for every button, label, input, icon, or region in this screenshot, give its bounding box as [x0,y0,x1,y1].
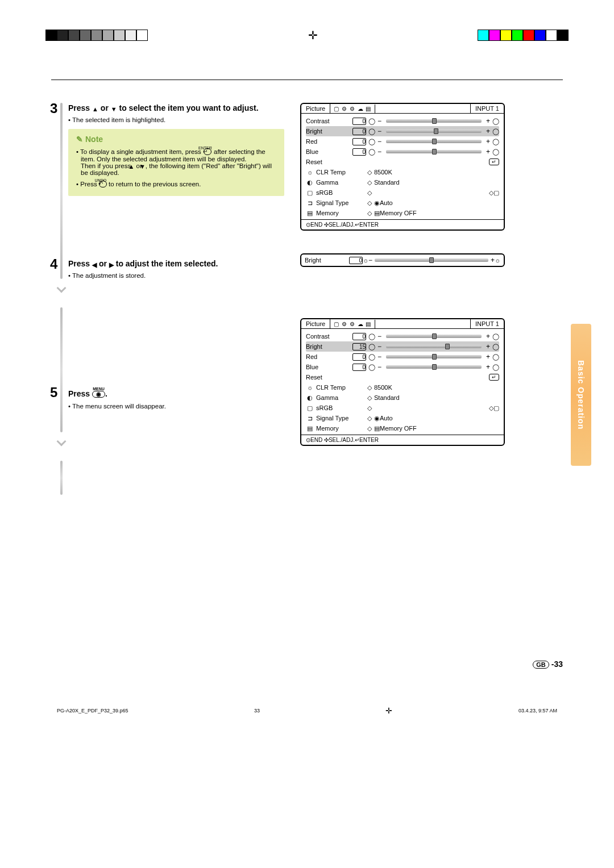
slider-knob [432,139,437,144]
plus-icon: + [486,127,490,135]
setting-value: Memory OFF [380,425,417,432]
row-label: Contrast [306,118,350,124]
step-number: 5 [50,385,57,400]
minus-icon: − [377,137,381,145]
note-box: ✎Note • To display a single adjustment i… [68,129,284,196]
footer-page: 33 [254,708,260,713]
top-rule [51,80,563,80]
setting-label: CLR Temp [316,384,367,391]
note-item-1: • To display a single adjustment item, p… [76,146,276,176]
memory-icon: ▤ [374,425,380,432]
diamond-icon: ◇ [367,415,372,422]
slider-track [386,150,482,153]
setting-label: Signal Type [316,199,367,206]
setting-icon: ▢ [306,189,314,197]
key-label: MENU [92,387,105,391]
step-detail: • The adjustment is stored. [68,272,284,279]
adjust-icon: ◯ [492,148,499,156]
row-value: 0 [352,148,366,156]
toggle-icon: ◇▢ [489,404,499,412]
osd-row-contrast: Contrast 0 ◯ − + ◯ [306,331,499,341]
plus-icon: + [491,256,495,264]
minus-icon: − [368,256,372,264]
left-triangle-icon: ◀ [92,261,97,269]
slider-knob [429,257,434,263]
setting-icon: ▤ [306,210,314,217]
auto-icon: ◉ [374,415,380,422]
plus-icon: + [486,363,490,371]
slider-track [386,130,482,133]
page-number: GB-33 [51,660,563,669]
diamond-icon: ◇ [367,404,372,412]
setting-label: Memory [316,425,367,432]
osd-row-bright: Bright 0 ◯ − + ◯ [306,126,499,136]
osd-setting-clr-temp: ☼ CLR Temp ◇8500K [306,382,499,393]
setting-label: Signal Type [316,415,367,422]
osd-screen-1: Picture ▢ ⚙ ⚙ ☁ ▤ INPUT 1 Contrast 0 ◯ −… [300,103,505,231]
adjust-icon: ◯ [492,364,499,371]
plus-icon: + [486,353,490,361]
osd-setting-gamma: ◐ Gamma ◇Standard [306,393,499,403]
osd-single-item: Bright 0 ☼ − + ☼ [300,253,505,267]
minus-icon: − [377,363,381,371]
osd-row-contrast: Contrast 0 ◯ − + ◯ [306,116,499,126]
auto-icon: ◉ [374,199,380,207]
osd-screen-2: Picture ▢ ⚙ ⚙ ☁ ▤ INPUT 1 Contrast 0 ◯ −… [300,318,505,446]
slider-knob [445,344,450,349]
step-strip [60,307,63,432]
osd-setting-memory: ▤ Memory ◇▤Memory OFF [306,208,499,218]
txt: or [97,259,109,268]
note-label: Note [85,135,103,144]
right-triangle-icon: ▶ [109,261,114,269]
diamond-icon: ◇ [367,210,372,217]
minus-icon: − [377,353,381,361]
plus-icon: + [486,148,490,156]
txt: to return to the previous screen. [107,181,201,187]
txt: Press [68,389,92,398]
row-label: Bright [306,128,350,135]
setting-label: Memory [316,210,367,216]
diamond-icon: ◇ [367,384,372,391]
slider-knob [432,354,437,360]
adjust-icon: ◯ [368,138,375,145]
diamond-icon: ◇ [367,394,372,402]
osd-row-red: Red 0 ◯ − + ◯ [306,352,499,362]
adjust-icon: ◯ [368,333,375,340]
txt: Press [68,259,92,268]
row-value: 0 [352,138,366,145]
slider-track [386,119,482,123]
setting-icon: ⊐ [306,415,314,422]
adjust-icon: ◯ [368,364,375,371]
row-value: 0 [352,364,366,371]
txt: To display a single adjustment item, pre… [80,148,203,155]
minus-icon: − [377,127,381,135]
adjust-icon: ◯ [492,353,499,361]
plus-icon: + [486,137,490,145]
setting-icon: ▤ [306,425,314,432]
setting-value: 8500K [374,384,392,391]
setting-value: Auto [380,199,393,206]
down-triangle-icon: ▼ [144,163,146,170]
mini-label: Bright [305,257,349,264]
adjust-icon: ◯ [368,128,375,135]
row-label: Red [306,138,350,145]
osd-row-reset: Reset↵ [306,157,499,167]
adjust-icon: ◯ [368,343,375,350]
adjust-icon: ◯ [368,148,375,156]
txt: . [105,389,107,398]
adjust-icon: ◯ [368,353,375,361]
osd-footer: ⊙END ✣SEL./ADJ.↵ENTER [301,435,504,445]
setting-icon: ▢ [306,404,314,412]
slider-knob [432,149,437,155]
osd-footer: ⊙END ✣SEL./ADJ.↵ENTER [301,219,504,229]
slider-track [386,345,482,348]
step-detail: • The menu screen will disappear. [68,403,284,410]
txt: Press [68,103,92,112]
adjust-icon: ◯ [492,118,499,125]
slider-track [386,335,482,338]
note-item-2: • Press UNDO↶ to return to the previous … [76,178,276,188]
row-label: Contrast [306,333,350,340]
slider-knob [432,118,437,124]
step-detail: • The selected item is highlighted. [68,116,284,123]
enter-icon: ↵ [489,374,499,381]
